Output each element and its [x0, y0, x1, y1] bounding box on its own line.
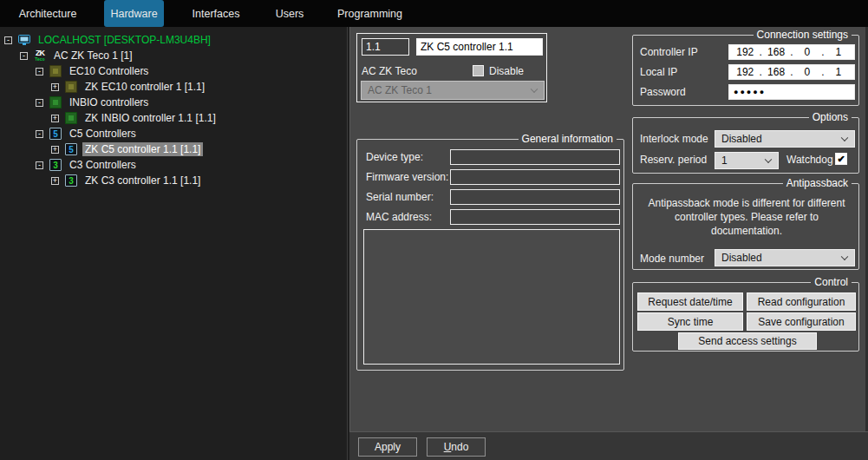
controller-identity-box: AC ZK Teco Disable AC ZK Teco 1	[356, 33, 547, 102]
firmware-version-field[interactable]	[450, 169, 620, 185]
expand-icon[interactable]: +	[51, 146, 59, 154]
expand-icon[interactable]: +	[51, 83, 59, 91]
tree-item-label: LOCALHOST [DESKTOP-LM3U4BH]	[36, 33, 213, 47]
expand-icon[interactable]: +	[51, 115, 59, 122]
sync-time-button[interactable]: Sync time	[637, 312, 743, 331]
tree-item-label: ZK INBIO controller 1.1 [1.1]	[82, 111, 219, 125]
request-datetime-button[interactable]: Request date/time	[637, 292, 743, 311]
inbio-chip-icon	[65, 112, 77, 124]
computer-icon	[18, 34, 30, 46]
chevron-down-icon	[765, 156, 772, 163]
firmware-version-label: Firmware version:	[366, 171, 448, 183]
tab-programming[interactable]: Programming	[324, 0, 415, 27]
mac-address-field[interactable]	[450, 209, 620, 225]
password-input[interactable]: ●●●●●	[728, 84, 855, 100]
group-title: Options	[809, 111, 852, 123]
mac-address-label: MAC address:	[366, 211, 432, 223]
collapse-icon[interactable]: -	[36, 161, 43, 169]
tree-item-ec10-controllers[interactable]: - EC10 Controllers	[0, 63, 347, 79]
antipassback-note: Antipassback mode is different for diffe…	[642, 196, 852, 238]
local-ip-label: Local IP	[640, 66, 677, 78]
ec10-chip-icon	[65, 81, 77, 93]
zkteco-logo-icon: ZK Teco	[34, 49, 46, 62]
app-window: Architecture Hardware Interfaces Users P…	[0, 0, 868, 460]
c5-chip-icon: 5	[65, 143, 77, 155]
controller-settings-panel: AC ZK Teco Disable AC ZK Teco 1 General …	[349, 27, 868, 431]
collapse-icon[interactable]: -	[36, 130, 43, 138]
tree-item-label: C3 Controllers	[67, 158, 139, 172]
tree-item-label: C5 Controllers	[67, 127, 139, 141]
expand-icon[interactable]: +	[51, 177, 59, 185]
tree-item-inbio-controllers[interactable]: - INBIO controllers	[0, 95, 347, 110]
tree-item-c3-controllers[interactable]: - 3 C3 Controllers	[0, 157, 347, 173]
tree-item-label: ZK C3 controller 1.1 [1.1]	[82, 174, 203, 187]
chevron-down-icon	[841, 253, 848, 260]
save-configuration-button[interactable]: Save configuration	[747, 312, 856, 331]
local-ip-input[interactable]: 192 . 168 . 0 . 1	[728, 64, 855, 80]
ip-octet: 192	[731, 66, 760, 78]
collapse-icon[interactable]: -	[4, 36, 12, 44]
ip-octet: 0	[793, 46, 822, 58]
mode-number-label: Mode number	[640, 253, 704, 265]
controller-name-input[interactable]	[416, 38, 543, 56]
tree-item-c5-controllers[interactable]: - 5 C5 Controllers	[0, 126, 347, 141]
tree-item-zk-c5-controller-selected[interactable]: + 5 ZK C5 controller 1.1 [1.1]	[0, 141, 347, 157]
reserv-period-select[interactable]: 1	[715, 152, 779, 169]
device-type-label: Device type:	[366, 151, 423, 163]
send-access-settings-button[interactable]: Send access settings	[678, 332, 817, 350]
tab-interfaces[interactable]: Interfaces	[177, 0, 255, 27]
group-title: Control	[811, 276, 852, 288]
apply-button[interactable]: Apply	[358, 437, 417, 457]
top-tab-bar: Architecture Hardware Interfaces Users P…	[0, 0, 868, 27]
interlock-mode-label: Interlock mode	[640, 133, 708, 145]
parent-device-select[interactable]: AC ZK Teco 1	[361, 81, 545, 100]
collapse-icon[interactable]: -	[20, 52, 28, 60]
tree-item-zk-ec10-controller[interactable]: + ZK EC10 controller 1 [1.1]	[0, 79, 347, 95]
tree-item-label: AC ZK Teco 1 [1]	[51, 49, 135, 62]
undo-button-label: Undo	[444, 441, 469, 453]
controller-ip-input[interactable]: 192 . 168 . 0 . 1	[728, 44, 855, 60]
tree-item-label: INBIO controllers	[67, 95, 151, 109]
tree-item-ac-zk-teco[interactable]: - ZK Teco AC ZK Teco 1 [1]	[0, 48, 347, 63]
tab-users[interactable]: Users	[255, 0, 324, 27]
serial-number-field[interactable]	[450, 189, 620, 205]
tree-item-label: EC10 Controllers	[67, 64, 151, 78]
group-title: Connection settings	[754, 29, 852, 41]
reserv-period-value: 1	[721, 154, 728, 167]
general-information-group: General information Device type: Firmwar…	[356, 139, 624, 371]
group-title: Antipassback	[783, 177, 852, 189]
tree-item-zk-inbio-controller[interactable]: + ZK INBIO controller 1.1 [1.1]	[0, 110, 347, 126]
chevron-down-icon	[531, 86, 538, 93]
tab-hardware[interactable]: Hardware	[104, 0, 164, 27]
disable-checkbox-label: Disable	[489, 65, 524, 77]
ec10-chip-icon	[49, 65, 62, 77]
device-info-list[interactable]	[363, 229, 620, 365]
controller-address-input[interactable]	[362, 38, 409, 56]
mode-number-select[interactable]: Disabled	[715, 249, 855, 266]
collapse-icon[interactable]: -	[36, 68, 43, 76]
password-label: Password	[640, 86, 686, 98]
mode-number-value: Disabled	[721, 252, 762, 264]
control-group: Control Request date/time Read configura…	[632, 282, 859, 352]
collapse-icon[interactable]: -	[36, 99, 43, 107]
check-icon: ✔	[837, 154, 845, 164]
password-mask: ●●●●●	[734, 88, 766, 96]
reserv-period-label: Reserv. period	[640, 154, 707, 166]
c5-chip-icon: 5	[49, 128, 62, 140]
device-type-field[interactable]	[450, 149, 620, 165]
tree-item-zk-c3-controller[interactable]: + 3 ZK C3 controller 1.1 [1.1]	[0, 173, 347, 188]
options-group: Options Interlock mode Disabled Reserv. …	[632, 117, 859, 174]
tree-item-localhost[interactable]: - LOCALHOST [DESKTOP-LM3U4BH]	[0, 32, 347, 48]
parent-device-select-value: AC ZK Teco 1	[368, 84, 432, 96]
antipassback-group: Antipassback Antipassback mode is differ…	[632, 183, 859, 270]
ip-octet: 0	[793, 66, 822, 78]
interlock-mode-select[interactable]: Disabled	[715, 130, 855, 148]
parent-device-label: AC ZK Teco	[362, 65, 417, 77]
tab-architecture[interactable]: Architecture	[9, 0, 87, 27]
ip-octet: 1	[825, 46, 853, 58]
watchdog-checkbox[interactable]: ✔	[835, 153, 847, 165]
ip-octet: 1	[825, 66, 853, 78]
undo-button[interactable]: Undo	[427, 437, 486, 457]
read-configuration-button[interactable]: Read configuration	[747, 292, 856, 311]
disable-checkbox[interactable]	[473, 65, 484, 76]
